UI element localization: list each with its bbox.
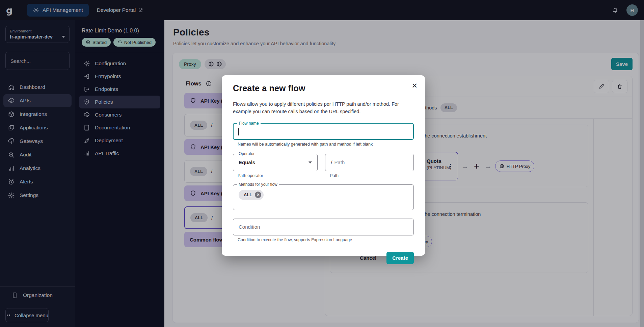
operator-value: Equals	[239, 159, 255, 165]
method-chip-label: ALL	[244, 192, 252, 197]
path-field[interactable]: / Path	[325, 154, 414, 171]
flow-name-helper: Names will be automatically generated wi…	[238, 142, 414, 147]
modal-description: Flows allow you to apply different polic…	[233, 100, 408, 116]
modal-title: Create a new flow	[233, 83, 414, 93]
text-caret	[238, 128, 239, 135]
condition-input[interactable]	[239, 224, 408, 230]
path-placeholder: Path	[334, 159, 345, 165]
operator-select[interactable]: Operator Equals	[233, 154, 318, 171]
methods-field-label: Methods for your flow	[237, 182, 279, 187]
operator-label: Operator	[237, 151, 256, 156]
condition-field[interactable]	[233, 219, 414, 235]
create-flow-modal: Create a new flow ✕ Flows allow you to a…	[222, 75, 425, 256]
path-prefix: /	[331, 159, 332, 165]
methods-field[interactable]: Methods for your flow ALL ✕	[233, 184, 414, 210]
flow-name-label: Flow name	[237, 121, 261, 126]
method-chip-all: ALL ✕	[239, 190, 264, 200]
close-icon[interactable]: ✕	[411, 82, 418, 89]
operator-helper: Path operator	[238, 173, 318, 178]
remove-chip-icon[interactable]: ✕	[255, 192, 261, 198]
cancel-button[interactable]: Cancel	[354, 252, 382, 264]
create-button[interactable]: Create	[386, 252, 414, 264]
condition-helper: Condition to execute the flow, supports …	[238, 237, 414, 242]
chevron-down-icon	[308, 161, 312, 164]
path-helper: Path	[330, 173, 414, 178]
flow-name-field[interactable]: Flow name	[233, 123, 414, 140]
